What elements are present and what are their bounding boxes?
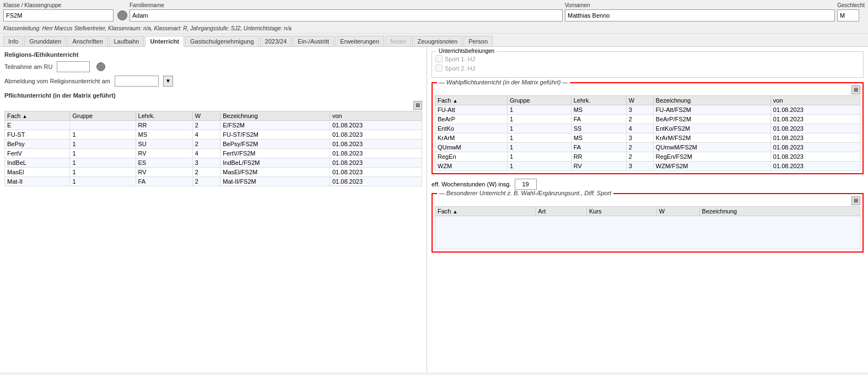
familienname-label: Familienname <box>130 2 563 8</box>
wahlpflicht-section: — Wahlpflichtunterricht (in der Matrix g… <box>432 82 864 174</box>
besonderer-label: — Besonderer Unterricht z. B. Wahl-/Ergä… <box>437 190 613 196</box>
pflicht-scroll-btn[interactable]: ⊞ <box>413 101 422 110</box>
wahlpflicht-col-w[interactable]: W <box>626 96 653 105</box>
tab-2023-24[interactable]: 2023/24 <box>260 36 292 46</box>
left-panel: Religions-/Ethikunterricht Teilnahme am … <box>0 47 427 372</box>
header-fields: Klasse / Klassengruppe Familienname Vorn… <box>0 0 868 24</box>
unterrichtsbefreiungen-label: Unterrichtsbefreiungen <box>436 48 497 54</box>
teilnahme-row: Teilnahme am RU <box>4 61 422 72</box>
sport1-row: Sport 1. HJ <box>435 55 860 62</box>
besonderer-col-kurs[interactable]: Kurs <box>586 207 656 216</box>
tab-unterricht[interactable]: Unterricht <box>145 36 184 47</box>
right-panel: Unterrichtsbefreiungen Sport 1. HJ Sport… <box>427 47 868 372</box>
table-row[interactable]: KrArM 1 MS 3 KrArM/FS2M 01.08.2023 <box>435 133 860 143</box>
besonderer-col-w[interactable]: W <box>656 207 699 216</box>
pflicht-col-fach[interactable]: Fach ▲ <box>5 111 70 121</box>
sport2-row: Sport 2. HJ <box>435 65 860 72</box>
wahlpflicht-col-lehrk[interactable]: Lehrk. <box>571 96 626 105</box>
wochenstunden-row: eff. Wochenstunden (W) insg. <box>432 179 864 190</box>
besonderer-col-art[interactable]: Art <box>536 207 587 216</box>
wochenstunden-label: eff. Wochenstunden (W) insg. <box>432 181 511 188</box>
tab-anschriften[interactable]: Anschriften <box>67 36 107 46</box>
besonderer-section: — Besonderer Unterricht z. B. Wahl-/Ergä… <box>432 193 864 253</box>
besonderer-col-fach[interactable]: Fach ▲ <box>435 207 536 216</box>
tab-zeuugnisnoten[interactable]: Zeuugnisnoten <box>412 36 462 46</box>
abmeldung-label: Abmeldung vom Religionsunterricht am <box>4 78 110 84</box>
wahlpflicht-label: — Wahlpflichtunterricht (in der Matrix g… <box>437 79 570 85</box>
sport1-checkbox[interactable] <box>435 55 443 62</box>
tab-person[interactable]: Person <box>463 36 493 46</box>
table-row[interactable]: BePsy 1 SU 2 BePsy/FS2M 01.08.2023 <box>5 140 422 149</box>
tab-info[interactable]: Info <box>3 36 23 46</box>
religions-title: Religions-/Ethikunterricht <box>4 51 422 58</box>
table-row[interactable]: IndBeL 1 ES 3 IndBeL/FS2M 01.08.2023 <box>5 158 422 168</box>
klasse-field-group: Klasse / Klassengruppe <box>3 2 127 22</box>
table-row[interactable]: FU-ST 1 MS 4 FU-ST/FS2M 01.08.2023 <box>5 130 422 140</box>
religions-section: Religions-/Ethikunterricht Teilnahme am … <box>4 51 422 87</box>
tab-grunddaten[interactable]: Grunddaten <box>24 36 66 46</box>
vorname-field-group: Vornamen <box>565 2 835 22</box>
table-row[interactable]: RegEn 1 RR 2 RegEn/FS2M 01.08.2023 <box>435 152 860 162</box>
table-row[interactable]: EntKo 1 SS 4 EntKo/FS2M 01.08.2023 <box>435 124 860 133</box>
main-content: Religions-/Ethikunterricht Teilnahme am … <box>0 47 868 372</box>
tab-ein-austritt[interactable]: Ein-/Austritt <box>293 36 334 46</box>
sport2-label: Sport 2. HJ <box>445 65 475 72</box>
pflicht-table: Fach ▲ Gruppe Lehrk. W Bezeichnung von E… <box>4 111 422 186</box>
table-row[interactable]: FU-Att 1 MS 3 FU-Att/FS2M 01.08.2023 <box>435 105 860 115</box>
abmeldung-dropdown[interactable]: ▼ <box>163 76 173 87</box>
besonderer-table: Fach ▲ Art Kurs W Bezeichnung <box>435 206 860 249</box>
besonderer-scroll-btn[interactable]: ⊞ <box>851 196 860 205</box>
klasse-input[interactable] <box>3 9 114 22</box>
wahlpflicht-table: Fach ▲ Gruppe Lehrk. W Bezeichnung von F… <box>435 95 860 171</box>
table-row[interactable]: FertV 1 RV 4 FertV/FS2M 01.08.2023 <box>5 149 422 158</box>
info-bar: Klassenleitung: Herr Marcus Stellvertret… <box>0 24 868 34</box>
pflicht-col-lehrk[interactable]: Lehrk. <box>136 111 192 121</box>
abmeldung-row: Abmeldung vom Religionsunterricht am ▼ <box>4 76 422 87</box>
tab-gastschulgenehmigung[interactable]: Gastschulgenehmigung <box>185 36 259 46</box>
tab-laufbahn[interactable]: Laufbahn <box>109 36 144 46</box>
pflicht-table-container: ⊞ Fach ▲ Gruppe Lehrk. W Bezeichnung von <box>4 101 422 186</box>
besonderer-col-bezeichnung[interactable]: Bezeichnung <box>699 207 860 216</box>
abmeldung-input[interactable] <box>115 76 159 87</box>
tab-erweiterungen[interactable]: Erweiterungen <box>335 36 384 46</box>
vorname-input[interactable] <box>565 9 835 22</box>
teilnahme-input[interactable] <box>57 61 90 72</box>
unterrichtsbefreiungen-section: Unterrichtsbefreiungen Sport 1. HJ Sport… <box>432 51 864 78</box>
table-row[interactable]: QUmwM 1 FA 2 QUmwM/FS2M 01.08.2023 <box>435 143 860 152</box>
klasse-label: Klasse / Klassengruppe <box>3 2 127 8</box>
wahlpflicht-col-bezeichnung[interactable]: Bezeichnung <box>653 96 770 105</box>
wahlpflicht-scroll-btn[interactable]: ⊞ <box>851 85 860 94</box>
table-row[interactable]: Mat-II 1 FA 2 Mat-II/FS2M 01.08.2023 <box>5 177 422 186</box>
klasse-circle-btn[interactable] <box>117 10 127 20</box>
tabs-container: Info Grunddaten Anschriften Laufbahn Unt… <box>0 34 868 47</box>
table-row[interactable]: E RR 2 E/FS2M 01.08.2023 <box>5 121 422 130</box>
sport2-checkbox[interactable] <box>435 65 443 72</box>
pflicht-col-bezeichnung[interactable]: Bezeichnung <box>220 111 330 121</box>
table-row[interactable]: MasEl 1 RV 2 MasEl/FS2M 01.08.2023 <box>5 168 422 177</box>
tab-noten: Noten <box>385 36 411 46</box>
geschlecht-field-group: Geschlecht <box>837 2 865 22</box>
wahlpflicht-col-fach[interactable]: Fach ▲ <box>435 96 508 105</box>
table-row[interactable]: WZM 1 RV 3 WZM/FS2M 01.08.2023 <box>435 162 860 171</box>
pflicht-section: Pflichtunterricht (in der Matrix geführt… <box>4 92 422 186</box>
teilnahme-circle-btn[interactable] <box>96 62 105 71</box>
familienname-field-group: Familienname <box>130 2 563 22</box>
pflicht-col-gruppe[interactable]: Gruppe <box>70 111 136 121</box>
vorname-label: Vornamen <box>565 2 835 8</box>
wahlpflicht-col-von[interactable]: von <box>770 96 860 105</box>
geschlecht-input[interactable] <box>837 9 859 22</box>
wochenstunden-input[interactable] <box>515 179 537 190</box>
pflicht-col-von[interactable]: von <box>330 111 422 121</box>
sport1-label: Sport 1. HJ <box>445 56 475 62</box>
wahlpflicht-col-gruppe[interactable]: Gruppe <box>508 96 572 105</box>
geschlecht-label: Geschlecht <box>837 2 865 8</box>
pflicht-title: Pflichtunterricht (in der Matrix geführt… <box>4 92 422 99</box>
pflicht-col-w[interactable]: W <box>192 111 220 121</box>
table-row[interactable]: BeArP 1 FA 2 BeArP/FS2M 01.08.2023 <box>435 115 860 124</box>
familienname-input[interactable] <box>130 9 563 22</box>
teilnahme-label: Teilnahme am RU <box>4 63 52 70</box>
